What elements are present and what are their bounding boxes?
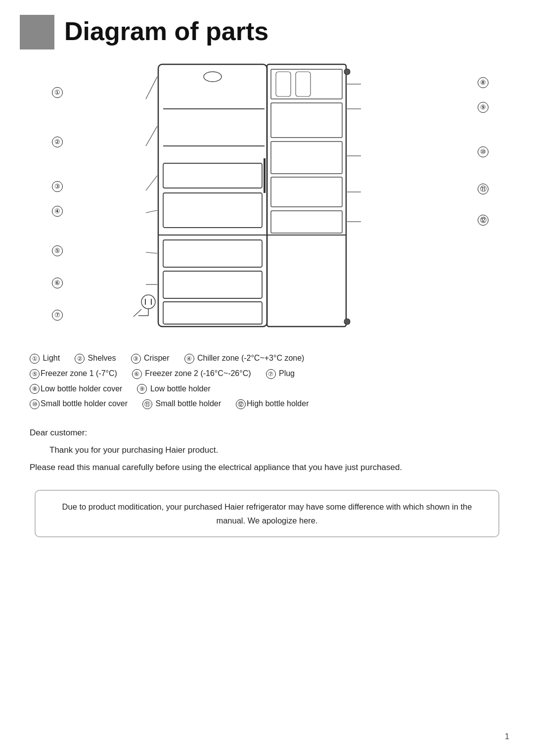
notice-box: Due to product moditication, your purcha… <box>35 490 499 537</box>
notice-text: Due to product moditication, your purcha… <box>62 502 472 525</box>
legend-row-2: ⑤Freezer zone 1 (-7°C) ⑥ Freezer zone 2 … <box>30 367 504 381</box>
svg-line-31 <box>146 252 157 253</box>
label-5: ⑤ <box>52 245 64 256</box>
svg-rect-8 <box>163 240 262 267</box>
legend-row-1: ① Light ② Shelves ③ Crisper ④ Chiller zo… <box>30 351 504 366</box>
svg-rect-16 <box>271 103 342 138</box>
legend-item-12: ⑫High bottle holder <box>236 397 309 411</box>
svg-point-22 <box>141 295 155 309</box>
greeting: Dear customer: <box>30 426 504 440</box>
legend-item-6: ⑥ Freezer zone 2 (-16°C~-26°C) <box>132 367 251 381</box>
diagram-section: ① ② ③ ④ ⑤ ⑥ ⑦ ⑧ ⑨ ⑩ ⑪ ⑫ <box>44 59 490 346</box>
legend-item-5: ⑤Freezer zone 1 (-7°C) <box>30 367 117 381</box>
svg-line-30 <box>146 210 157 213</box>
label-11: ⑪ <box>478 183 490 194</box>
label-8: ⑧ <box>478 77 490 88</box>
svg-rect-10 <box>163 302 262 324</box>
legend-item-11: ⑪ Small bottle holder <box>142 397 221 411</box>
legend-item-4: ④ Chiller zone (-2°C~+3°C zone) <box>184 351 305 366</box>
read-manual-line: Please read this manual carefully before… <box>30 461 504 475</box>
label-4: ④ <box>52 205 64 217</box>
legend-item-7: ⑦ Plug <box>266 367 295 381</box>
svg-rect-6 <box>163 163 262 188</box>
svg-rect-17 <box>271 142 342 174</box>
svg-rect-18 <box>271 177 342 207</box>
customer-section: Dear customer: Thank you for your purcha… <box>30 426 504 475</box>
svg-rect-0 <box>158 64 267 327</box>
svg-point-20 <box>344 69 350 75</box>
label-3: ③ <box>52 181 64 192</box>
page-title: Diagram of parts <box>64 15 268 46</box>
legend-row-4: ⑩Small bottle holder cover ⑪ Small bottl… <box>30 397 504 411</box>
legend-item-10: ⑩Small bottle holder cover <box>30 397 128 411</box>
parts-legend: ① Light ② Shelves ③ Crisper ④ Chiller zo… <box>30 351 504 411</box>
svg-line-27 <box>146 77 157 99</box>
label-10: ⑩ <box>478 146 490 157</box>
thank-you-line: Thank you for your purchasing Haier prod… <box>49 443 504 458</box>
svg-rect-13 <box>271 69 342 99</box>
svg-rect-14 <box>276 72 291 96</box>
header: Diagram of parts <box>0 0 534 54</box>
svg-point-21 <box>344 319 350 325</box>
legend-row-3: ⑧Low bottle holder cover ⑨ Low bottle ho… <box>30 382 504 396</box>
svg-rect-1 <box>267 64 346 327</box>
legend-item-2: ② Shelves <box>75 351 116 366</box>
label-12: ⑫ <box>478 214 490 226</box>
legend-item-8: ⑧Low bottle holder cover <box>30 382 122 396</box>
label-9: ⑨ <box>478 101 490 113</box>
svg-rect-15 <box>296 72 311 96</box>
svg-line-29 <box>146 176 157 190</box>
svg-rect-9 <box>163 271 262 298</box>
svg-rect-7 <box>163 193 262 228</box>
page-number: 1 <box>505 732 509 741</box>
fridge-illustration <box>104 59 391 336</box>
label-1: ① <box>52 87 64 98</box>
svg-rect-19 <box>271 211 342 233</box>
label-2: ② <box>52 136 64 147</box>
legend-item-9: ⑨ Low bottle holder <box>137 382 210 396</box>
legend-item-3: ③ Crisper <box>131 351 170 366</box>
svg-point-11 <box>204 72 222 82</box>
svg-line-28 <box>146 126 157 146</box>
legend-item-1: ① Light <box>30 351 60 366</box>
label-7: ⑦ <box>52 309 64 321</box>
label-6: ⑥ <box>52 277 64 288</box>
accent-square <box>20 15 54 49</box>
